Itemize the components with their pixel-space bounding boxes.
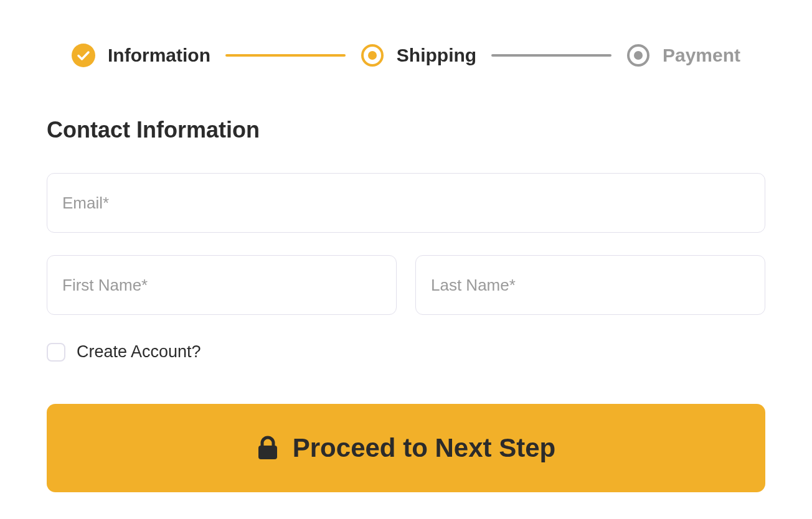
svg-point-2	[368, 51, 377, 60]
step-connector	[225, 54, 346, 57]
step-label: Payment	[663, 45, 740, 66]
create-account-toggle[interactable]: Create Account?	[47, 342, 765, 362]
email-field[interactable]	[47, 173, 765, 233]
svg-point-0	[72, 44, 95, 67]
lock-icon	[257, 436, 279, 461]
first-name-field[interactable]	[47, 255, 397, 315]
name-row	[47, 255, 765, 315]
radio-current-icon	[361, 44, 384, 67]
step-label: Shipping	[397, 45, 476, 66]
step-label: Information	[108, 45, 210, 66]
svg-rect-5	[258, 446, 277, 459]
svg-point-4	[634, 51, 643, 60]
check-circle-icon	[72, 44, 95, 67]
proceed-button-label: Proceed to Next Step	[293, 433, 555, 463]
last-name-field[interactable]	[415, 255, 765, 315]
step-connector	[491, 54, 611, 57]
proceed-button[interactable]: Proceed to Next Step	[47, 404, 765, 492]
checkbox-icon[interactable]	[47, 343, 65, 362]
create-account-label: Create Account?	[77, 342, 201, 362]
step-payment[interactable]: Payment	[626, 44, 740, 67]
step-information[interactable]: Information	[72, 44, 210, 67]
checkout-stepper: Information Shipping Payment	[47, 44, 765, 67]
section-heading: Contact Information	[47, 117, 765, 143]
step-shipping[interactable]: Shipping	[361, 44, 476, 67]
radio-upcoming-icon	[626, 44, 650, 67]
